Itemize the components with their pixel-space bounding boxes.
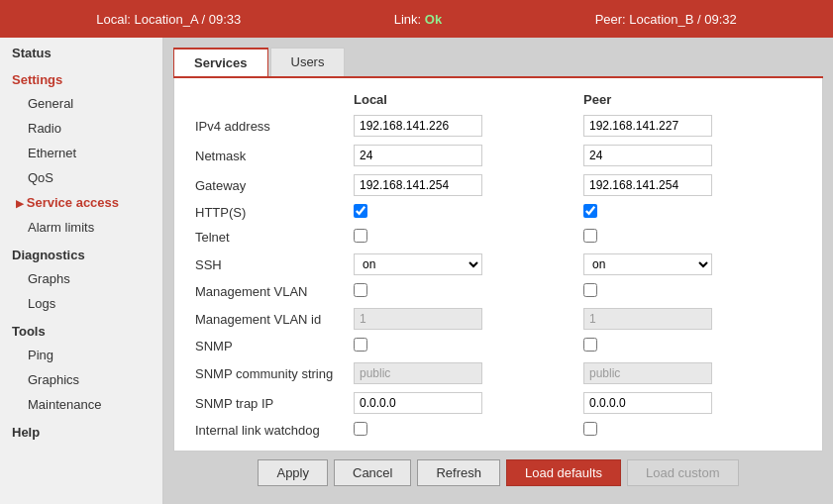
sidebar-item-radio[interactable]: Radio — [0, 116, 162, 141]
table-row: SNMP trap IP — [189, 388, 807, 418]
sidebar-item-general[interactable]: General — [0, 91, 162, 116]
peer-ipv4-address[interactable] — [577, 111, 807, 141]
peer-internal-link-watchdog[interactable] — [577, 418, 807, 443]
peer-input-1[interactable] — [583, 145, 712, 166]
local-input-0[interactable] — [354, 115, 482, 137]
peer-checkbox-8[interactable] — [583, 338, 597, 352]
table-row: Management VLAN id — [189, 304, 807, 334]
tab-services[interactable]: Services — [173, 48, 268, 76]
sidebar-item-logs[interactable]: Logs — [0, 291, 162, 316]
col-peer-header: Peer — [577, 88, 807, 111]
col-local-header: Local — [348, 88, 577, 111]
top-bar: Local: Location_A / 09:33 Link: Ok Peer:… — [0, 0, 833, 38]
sidebar-item-ethernet[interactable]: Ethernet — [0, 141, 162, 165]
table-row: Gateway — [189, 170, 807, 200]
main-layout: Status Settings General Radio Ethernet Q… — [0, 38, 833, 504]
label-snmp-trap-ip: SNMP trap IP — [189, 388, 348, 418]
peer-snmp-trap-ip[interactable] — [577, 388, 807, 418]
label-gateway: Gateway — [189, 170, 348, 200]
link-value: Ok — [425, 12, 442, 27]
table-row: Netmask — [189, 141, 807, 170]
sidebar-item-qos[interactable]: QoS — [0, 165, 162, 190]
table-row: HTTP(S) — [189, 200, 807, 225]
sidebar-item-service-access[interactable]: Service access — [0, 190, 162, 215]
local-input-9 — [354, 362, 482, 384]
peer-gateway[interactable] — [577, 170, 807, 200]
local-info: Local: Location_A / 09:33 — [96, 12, 241, 27]
peer-ssh[interactable]: onoff — [577, 250, 807, 279]
sidebar: Status Settings General Radio Ethernet Q… — [0, 38, 163, 504]
form-panel: Local Peer IPv4 addressNetmaskGatewayHTT… — [173, 78, 823, 452]
bottom-toolbar: Apply Cancel Refresh Load defaults Load … — [173, 452, 823, 494]
load-defaults-button[interactable]: Load defaults — [506, 459, 621, 486]
tab-bar: Services Users — [173, 48, 823, 78]
peer-management-vlan[interactable] — [577, 279, 807, 304]
local-checkbox-8[interactable] — [354, 338, 367, 352]
local-snmp-community-string[interactable] — [348, 358, 577, 388]
peer-snmp-community-string[interactable] — [577, 358, 807, 388]
table-row: Internal link watchdog — [189, 418, 807, 443]
sidebar-section-help: Help — [0, 417, 162, 444]
tab-users[interactable]: Users — [270, 48, 346, 76]
local-checkbox-3[interactable] — [354, 204, 367, 218]
apply-button[interactable]: Apply — [258, 459, 328, 486]
link-info: Link: Ok — [394, 12, 442, 27]
local-management-vlan[interactable] — [348, 279, 577, 304]
peer-checkbox-4[interactable] — [583, 229, 597, 243]
peer-management-vlan-id[interactable] — [577, 304, 807, 334]
peer-netmask[interactable] — [577, 141, 807, 170]
label-http(s): HTTP(S) — [189, 200, 348, 225]
peer-input-2[interactable] — [583, 174, 712, 196]
local-checkbox-11[interactable] — [354, 422, 367, 436]
load-custom-button: Load custom — [627, 459, 738, 486]
local-management-vlan-id[interactable] — [348, 304, 577, 334]
local-ipv4-address[interactable] — [348, 111, 577, 141]
peer-value: Location_B / 09:32 — [629, 12, 736, 27]
local-input-10[interactable] — [354, 392, 482, 414]
sidebar-item-ping[interactable]: Ping — [0, 343, 162, 367]
peer-checkbox-3[interactable] — [583, 204, 597, 218]
local-ssh[interactable]: onoff — [348, 250, 577, 279]
cancel-button[interactable]: Cancel — [334, 459, 411, 486]
sidebar-section-tools: Tools — [0, 316, 162, 343]
local-value: Location_A / 09:33 — [135, 12, 242, 27]
peer-label: Peer: — [595, 12, 626, 27]
label-management-vlan: Management VLAN — [189, 279, 348, 304]
local-checkbox-6[interactable] — [354, 283, 367, 297]
sidebar-item-alarm-limits[interactable]: Alarm limits — [0, 215, 162, 240]
link-label: Link: — [394, 12, 421, 27]
local-checkbox-4[interactable] — [354, 229, 367, 243]
label-netmask: Netmask — [189, 141, 348, 170]
sidebar-item-graphics[interactable]: Graphics — [0, 367, 162, 392]
refresh-button[interactable]: Refresh — [417, 459, 500, 486]
peer-input-7 — [583, 308, 712, 330]
local-input-1[interactable] — [354, 145, 482, 166]
local-select-5[interactable]: onoff — [354, 253, 482, 275]
local-telnet[interactable] — [348, 225, 577, 250]
local-snmp-trap-ip[interactable] — [348, 388, 577, 418]
sidebar-item-maintenance[interactable]: Maintenance — [0, 392, 162, 417]
peer-http(s)[interactable] — [577, 200, 807, 225]
peer-input-9 — [583, 362, 712, 384]
peer-input-0[interactable] — [583, 115, 712, 137]
label-internal-link-watchdog: Internal link watchdog — [189, 418, 348, 443]
peer-telnet[interactable] — [577, 225, 807, 250]
sidebar-section-settings: Settings — [0, 64, 162, 91]
local-gateway[interactable] — [348, 170, 577, 200]
peer-checkbox-11[interactable] — [583, 422, 597, 436]
peer-input-10[interactable] — [583, 392, 712, 414]
sidebar-item-graphs[interactable]: Graphs — [0, 266, 162, 291]
local-input-2[interactable] — [354, 174, 482, 196]
peer-snmp[interactable] — [577, 334, 807, 358]
label-snmp-community-string: SNMP community string — [189, 358, 348, 388]
peer-checkbox-6[interactable] — [583, 283, 597, 297]
table-row: Telnet — [189, 225, 807, 250]
local-snmp[interactable] — [348, 334, 577, 358]
local-netmask[interactable] — [348, 141, 577, 170]
local-http(s)[interactable] — [348, 200, 577, 225]
local-label: Local: — [96, 12, 131, 27]
content-area: Services Users Local Peer IPv4 addressNe… — [163, 38, 833, 504]
services-table: Local Peer IPv4 addressNetmaskGatewayHTT… — [189, 88, 807, 443]
local-internal-link-watchdog[interactable] — [348, 418, 577, 443]
peer-select-5[interactable]: onoff — [583, 253, 712, 275]
